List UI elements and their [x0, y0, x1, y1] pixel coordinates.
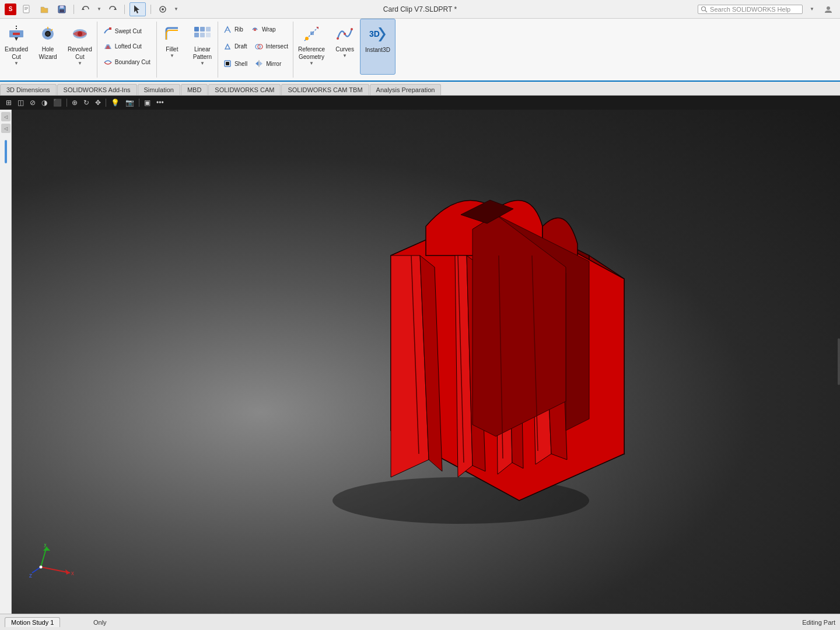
instant3d-label: Instant3D — [365, 46, 390, 54]
tab-3d-dimensions[interactable]: 3D Dimensions — [0, 84, 57, 95]
revolved-cut-icon — [71, 24, 89, 43]
swept-cut-button[interactable]: Swept Cut — [100, 25, 154, 37]
sw-logo: S — [5, 4, 16, 15]
svg-point-12 — [702, 6, 706, 10]
view-toolbar: ⊞ ◫ ⊘ ◑ ⬛ ⊕ ↻ ✥ 💡 📷 ▣ ••• — [0, 96, 840, 110]
features-group: Rib Wrap Draft Intersect Shell — [218, 19, 293, 75]
svg-marker-60 — [65, 569, 70, 575]
draft-button[interactable]: Draft — [219, 41, 251, 52]
lofted-cut-button[interactable]: Lofted Cut — [100, 41, 154, 52]
undo-button[interactable] — [79, 4, 93, 15]
view-section-icon[interactable]: ⬛ — [52, 97, 63, 108]
svg-text:3D: 3D — [369, 29, 380, 38]
view-display-icon[interactable]: ◫ — [16, 97, 25, 108]
user-icon[interactable] — [821, 4, 835, 15]
editing-part-text: Editing Part — [802, 619, 835, 626]
svg-rect-30 — [200, 27, 205, 32]
svg-point-67 — [40, 566, 43, 569]
search-dd[interactable]: ▼ — [807, 5, 817, 13]
svg-marker-43 — [256, 61, 258, 66]
view-lights-icon[interactable]: 💡 — [110, 97, 121, 108]
svg-point-21 — [46, 32, 50, 36]
rib-label: Rib — [235, 26, 243, 33]
save-button[interactable] — [55, 4, 69, 15]
view-pan-icon[interactable]: ✥ — [94, 97, 102, 108]
options-button[interactable] — [156, 4, 170, 15]
linear-pattern-button[interactable]: LinearPattern ▼ — [187, 19, 218, 75]
search-box[interactable]: Search SOLIDWORKS Help — [698, 5, 803, 14]
wrap-button[interactable]: Wrap — [247, 24, 279, 36]
tab-analysis-preparation[interactable]: Analysis Preparation — [370, 84, 442, 95]
undo-dd[interactable]: ▼ — [96, 5, 102, 13]
scrollbar-handle[interactable] — [838, 338, 840, 385]
revolved-cut-label: RevolvedCut — [68, 46, 92, 61]
extruded-cut-icon — [7, 24, 26, 43]
intersect-button[interactable]: Intersect — [251, 41, 292, 52]
reference-geometry-button[interactable]: ReferenceGeometry ▼ — [293, 19, 330, 75]
shell-button[interactable]: Shell — [219, 58, 251, 69]
tab-simulation[interactable]: Simulation — [138, 84, 180, 95]
tab-sw-addins[interactable]: SOLIDWORKS Add-Ins — [57, 84, 137, 95]
view-orient-icon[interactable]: ⊞ — [5, 97, 13, 108]
svg-point-50 — [344, 33, 346, 35]
rib-button[interactable]: Rib — [219, 24, 247, 36]
panel-arrow-top[interactable]: ◁ — [1, 112, 10, 121]
intersect-label: Intersect — [266, 43, 288, 50]
curves-icon — [335, 24, 354, 43]
svg-marker-37 — [225, 44, 230, 49]
svg-point-14 — [827, 6, 830, 10]
mirror-button[interactable]: Mirror — [251, 58, 285, 69]
svg-rect-33 — [200, 33, 205, 37]
hole-wizard-button[interactable]: HoleWizard — [33, 19, 63, 75]
view-appearance-icon[interactable]: ◑ — [40, 97, 48, 108]
svg-rect-0 — [23, 5, 29, 13]
tab-sw-cam-tbm[interactable]: SOLIDWORKS CAM TBM — [281, 84, 369, 95]
main-area: ◁ ◁ — [0, 110, 840, 614]
svg-rect-5 — [60, 6, 64, 8]
tab-mbd[interactable]: MBD — [181, 84, 208, 95]
tab-sw-cam[interactable]: SOLIDWORKS CAM — [208, 84, 281, 95]
curves-label: Curves — [335, 46, 354, 53]
motion-study-tab[interactable]: Motion Study 1 — [5, 617, 60, 627]
svg-line-13 — [705, 10, 707, 12]
svg-marker-18 — [15, 37, 18, 41]
view-hide-icon[interactable]: ⊘ — [29, 97, 37, 108]
svg-rect-34 — [206, 33, 211, 37]
svg-rect-16 — [13, 33, 20, 35]
panel-collapse[interactable] — [5, 140, 7, 163]
redo-button[interactable] — [106, 4, 120, 15]
fillet-button[interactable]: Fillet ▼ — [157, 19, 187, 75]
svg-point-25 — [78, 32, 82, 36]
options-dd[interactable]: ▼ — [173, 5, 179, 13]
curves-button[interactable]: Curves ▼ — [330, 19, 360, 75]
extruded-cut-button[interactable]: ExtrudedCut ▼ — [0, 19, 33, 75]
cut-options-group: Swept Cut Lofted Cut Boundary Cut — [97, 19, 156, 75]
panel-arrow-mid[interactable]: ◁ — [1, 124, 10, 133]
shell-label: Shell — [235, 61, 247, 67]
svg-marker-48 — [316, 27, 318, 29]
view-rotate-icon[interactable]: ↻ — [82, 97, 90, 108]
viewport[interactable]: x y z — [12, 110, 840, 614]
vt-sep3 — [139, 99, 139, 107]
lofted-cut-label: Lofted Cut — [115, 43, 142, 50]
new-button[interactable] — [20, 4, 34, 15]
cursor-button[interactable] — [130, 2, 146, 16]
svg-rect-2 — [24, 8, 28, 9]
left-panel: ◁ ◁ — [0, 110, 12, 614]
linear-pattern-icon — [193, 24, 212, 43]
svg-line-65 — [32, 567, 41, 573]
revolved-cut-button[interactable]: RevolvedCut ▼ — [63, 19, 97, 75]
open-button[interactable] — [37, 4, 51, 15]
svg-text:x: x — [71, 570, 74, 576]
svg-rect-3 — [24, 9, 27, 10]
view-camera-icon[interactable]: 📷 — [124, 97, 135, 108]
view-more-icon[interactable]: ••• — [155, 97, 165, 108]
view-zoom-icon[interactable]: ⊕ — [71, 97, 79, 108]
svg-rect-26 — [109, 27, 111, 30]
view-display-mode-icon[interactable]: ▣ — [143, 97, 152, 108]
instant3d-button[interactable]: 3D Instant3D — [360, 19, 396, 75]
vt-sep2 — [106, 99, 106, 107]
window-title: Card Clip V7.SLDPRT * — [383, 5, 457, 13]
swept-cut-label: Swept Cut — [115, 28, 142, 34]
boundary-cut-button[interactable]: Boundary Cut — [100, 57, 154, 68]
